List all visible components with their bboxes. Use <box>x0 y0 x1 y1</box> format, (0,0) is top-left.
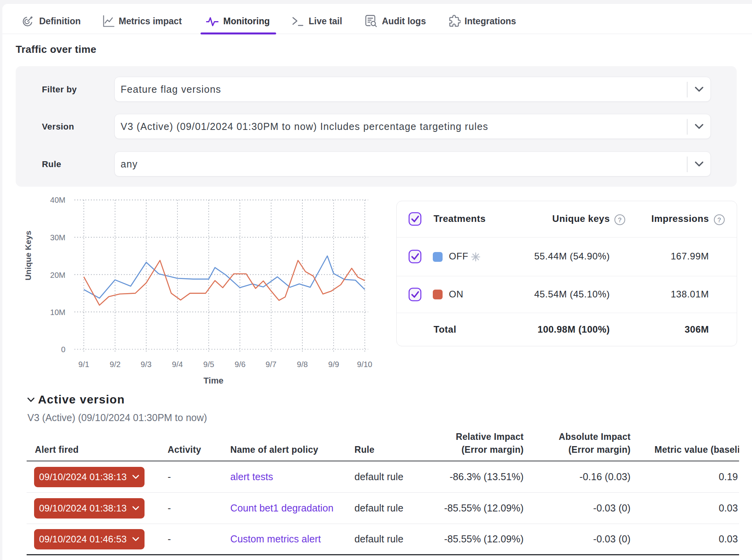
svg-text:?: ? <box>718 217 721 223</box>
